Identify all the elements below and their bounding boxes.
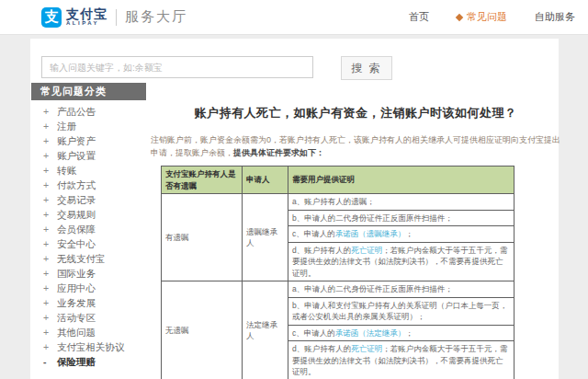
expand-plus-icon: + [43,119,51,133]
nav-item-label: 首页 [409,10,429,24]
expand-plus-icon: + [43,310,51,325]
nav-item-active[interactable]: 常见问题 [457,10,507,24]
sidebar-item[interactable]: +会员保障 [31,222,146,236]
sidebar-item[interactable]: +注册 [31,119,146,133]
sidebar-item-label: 会员保障 [57,222,96,236]
search-bar: 搜 索 [41,56,313,80]
intro-text: 注销账户前，账户资金余额需为0，若账户持有人死亡，该账户持有人的相关继承人可提供… [151,135,560,157]
proof-text: c、申请人的 [292,229,335,238]
top-nav: 首页常见问题自助服务 [409,10,575,24]
article-intro: 注销账户前，账户资金余额需为0，若账户持有人死亡，该账户持有人的相关继承人可提供… [151,133,560,159]
sidebar-item-label: 其他问题 [57,325,96,339]
brand-text: 支付宝 ALIPAY [66,7,107,27]
expand-plus-icon: + [43,178,51,192]
applicant-cell: 法定继承人 [243,281,288,379]
will-status-cell: 有遗嘱 [162,194,243,281]
proof-link[interactable]: 死亡证明 [351,344,382,353]
sidebar-item-label: 账户设置 [57,148,96,163]
sidebar-item-label: 保险理赔 [57,354,96,369]
applicant-cell: 遗嘱继承人 [243,194,288,281]
expand-plus-icon: + [43,192,51,207]
sidebar-item[interactable]: +交易记录 [31,192,146,207]
sidebar-item-label: 支付宝相关协议 [57,339,125,354]
sidebar-item-label: 无线支付宝 [57,251,106,266]
brand-name-en: ALIPAY [66,20,107,27]
sidebar-item[interactable]: +账户资产 [31,133,146,148]
sidebar-item[interactable]: +交易规则 [31,207,146,222]
table-header-cell: 申请人 [243,167,288,194]
proof-cell: b、申请人和支付宝账户持有人的关系证明（户口本上每一页，或者公安机关出具的亲属关… [288,297,514,325]
sidebar-item[interactable]: +其他问题 [31,325,146,339]
expand-plus-icon: + [43,163,51,178]
proof-cell: a、申请人的二代身份证件正反面原件扫描件； [288,281,514,298]
sidebar-item-label: 转账 [57,163,76,178]
sidebar-item-label: 应用中心 [57,281,96,295]
nav-item-link[interactable]: 自助服务 [535,10,575,24]
proof-cell: d、账户持有人的死亡证明；若账户内金额大于等于五千元，需要提供生效的法律文书（如… [288,242,514,281]
top-header: 支 支付宝 ALIPAY 服务大厅 首页常见问题自助服务 [0,0,588,35]
alipay-logo-icon: 支 [41,7,62,28]
proof-text: ； [405,328,413,338]
nav-item-label: 常见问题 [467,10,507,24]
sidebar-item[interactable]: -保险理赔 [31,354,146,369]
expand-plus-icon: + [43,266,51,281]
sidebar-item[interactable]: +安全中心 [31,236,146,251]
sidebar-item-label: 交易规则 [57,207,96,222]
alipay-logo[interactable]: 支 支付宝 ALIPAY 服务大厅 [41,7,187,28]
sidebar-item[interactable]: +产品公告 [31,104,146,119]
sidebar-item[interactable]: +账户设置 [31,148,146,163]
proof-text: ； [405,229,413,238]
expand-plus-icon: + [43,339,51,354]
sidebar-items: +产品公告+注册+账户资产+账户设置+转账+付款方式+交易记录+交易规则+会员保… [31,100,146,369]
site-name: 服务大厅 [125,8,187,26]
table-row: 有遗嘱遗嘱继承人a、账户持有人的遗嘱； [162,194,514,211]
expand-plus-icon: + [43,251,51,266]
proof-cell: b、申请人的二代身份证件正反面原件扫描件； [288,210,514,226]
proof-text: d、账户持有人的 [292,344,351,353]
proof-text: d、账户持有人的 [292,246,351,255]
nav-item-link[interactable]: 首页 [409,10,429,24]
proof-cell: d、账户持有人的死亡证明；若账户内金额大于等于五千元，需要提供生效的法律文书（如… [288,341,514,379]
proof-text: a、账户持有人的遗嘱； [292,197,375,206]
expand-plus-icon: + [43,104,51,119]
search-input[interactable] [41,56,313,78]
expand-plus-icon: + [43,236,51,251]
collapse-minus-icon: - [43,354,51,369]
proof-text: a、申请人的二代身份证件正反面原件扫描件； [292,284,453,293]
sidebar-item-label: 安全中心 [57,236,96,251]
sidebar-item[interactable]: +活动专区 [31,310,146,325]
table-row: 无遗嘱法定继承人a、申请人的二代身份证件正反面原件扫描件； [162,281,514,298]
table-header-cell: 需要用户提供证明 [288,167,514,194]
sidebar-item[interactable]: +应用中心 [31,281,146,295]
expand-plus-icon: + [43,295,51,310]
sidebar-item-label: 交易记录 [57,192,96,207]
sidebar-item[interactable]: +业务发展 [31,295,146,310]
sidebar-item-label: 活动专区 [57,310,96,325]
intro-text-bold: 提供具体证件要求如下： [233,148,324,157]
proof-text: b、申请人和支付宝账户持有人的关系证明（户口本上每一页，或者公安机关出具的亲属关… [292,301,507,322]
proof-text: c、申请人的 [292,328,335,338]
sidebar-item[interactable]: +付款方式 [31,178,146,192]
sidebar-title: 常见问题分类 [31,83,146,100]
sidebar-item[interactable]: +国际业务 [31,266,146,281]
expand-plus-icon: + [43,207,51,222]
main-container: 搜 索 常见问题分类 +产品公告+注册+账户资产+账户设置+转账+付款方式+交易… [30,39,559,379]
proof-link[interactable]: 承诺函（法定继承） [335,328,406,338]
expand-plus-icon: + [43,325,51,339]
sidebar-item-label: 国际业务 [57,266,96,281]
sidebar-item-label: 账户资产 [57,133,96,148]
sidebar-item[interactable]: +无线支付宝 [31,251,146,266]
sidebar-item-label: 业务发展 [57,295,96,310]
proof-link[interactable]: 承诺函（遗嘱继承） [335,229,406,238]
sidebar-item[interactable]: +支付宝相关协议 [31,339,146,354]
sidebar-item-label: 产品公告 [57,104,96,119]
sidebar-item[interactable]: +转账 [31,163,146,178]
requirements-table: 支付宝账户持有人是否有遗嘱申请人需要用户提供证明有遗嘱遗嘱继承人a、账户持有人的… [161,166,514,379]
search-button[interactable]: 搜 索 [341,56,392,80]
diamond-icon [456,13,463,20]
brand-name-cn: 支付宝 [66,7,107,20]
proof-link[interactable]: 死亡证明 [351,246,382,255]
sidebar-item-label: 注册 [57,119,76,133]
sidebar-item-label: 付款方式 [57,178,96,192]
will-status-cell: 无遗嘱 [162,281,243,379]
